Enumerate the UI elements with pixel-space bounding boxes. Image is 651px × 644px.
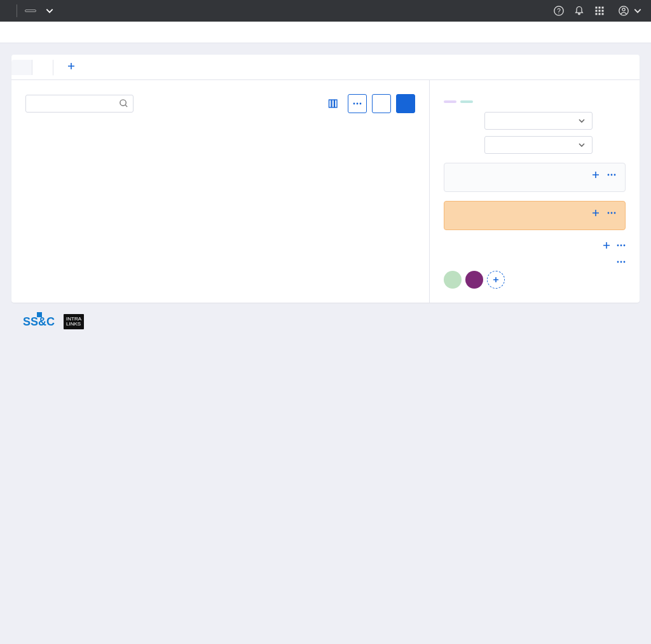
add-external-note[interactable] xyxy=(589,171,600,179)
detail-panel xyxy=(430,80,640,303)
divider xyxy=(17,4,17,17)
apps-icon[interactable] xyxy=(594,5,605,17)
plus-icon xyxy=(67,62,75,72)
svg-point-27 xyxy=(620,245,622,247)
svg-rect-4 xyxy=(602,7,604,9)
detail-tags xyxy=(444,100,626,103)
more-button[interactable] xyxy=(348,94,367,113)
project-switcher[interactable] xyxy=(41,6,54,15)
tab-diligence-checklist[interactable] xyxy=(32,60,53,76)
svg-rect-10 xyxy=(602,13,604,15)
avatar-da[interactable] xyxy=(444,271,462,289)
search-icon[interactable] xyxy=(119,99,128,108)
help-icon[interactable]: ? xyxy=(553,5,565,17)
assignee-avatars xyxy=(444,271,626,289)
svg-rect-8 xyxy=(596,13,598,15)
tab-create-checklist[interactable] xyxy=(53,55,85,79)
search-input[interactable] xyxy=(25,95,134,113)
bell-icon[interactable] xyxy=(573,5,585,17)
internal-notes xyxy=(444,201,626,230)
search-input-wrap xyxy=(25,95,134,113)
main-nav xyxy=(0,22,651,43)
svg-rect-15 xyxy=(332,100,334,107)
svg-rect-16 xyxy=(335,100,338,107)
ssc-logo: SS&C xyxy=(23,315,55,329)
svg-rect-6 xyxy=(599,10,601,12)
user-menu[interactable] xyxy=(614,5,642,17)
plus-icon xyxy=(592,171,600,179)
svg-rect-7 xyxy=(602,10,604,12)
external-notes-more[interactable] xyxy=(607,174,616,176)
checklist-toolbar xyxy=(25,94,415,113)
chevron-down-icon xyxy=(45,6,54,15)
assignees-more[interactable] xyxy=(617,261,626,263)
avatar-br[interactable] xyxy=(465,271,483,289)
svg-point-31 xyxy=(624,261,626,263)
svg-rect-2 xyxy=(596,7,598,9)
svg-text:?: ? xyxy=(557,8,561,15)
intralinks-badge: INTRALINKS xyxy=(64,314,84,329)
priority-select[interactable] xyxy=(484,136,593,154)
svg-point-30 xyxy=(620,261,622,263)
assignees-header xyxy=(444,261,626,263)
page-footer: SS&C INTRALINKS xyxy=(11,303,640,343)
svg-point-18 xyxy=(357,103,359,105)
tag-accounting xyxy=(460,100,473,103)
svg-point-13 xyxy=(120,100,126,106)
svg-point-29 xyxy=(617,261,619,263)
chevron-down-icon xyxy=(578,141,586,149)
linked-documents-header xyxy=(444,242,626,249)
tag-finance xyxy=(444,100,456,103)
tab-document-request-list[interactable] xyxy=(11,60,32,75)
plus-icon xyxy=(603,242,610,249)
svg-point-23 xyxy=(608,212,610,214)
svg-point-25 xyxy=(614,212,616,214)
checklist-tabbar xyxy=(11,55,640,80)
internal-notes-more[interactable] xyxy=(607,212,616,214)
svg-rect-14 xyxy=(329,100,332,107)
plus-icon xyxy=(592,209,600,217)
svg-point-22 xyxy=(614,174,616,176)
add-internal-note[interactable] xyxy=(589,209,600,217)
user-icon xyxy=(618,5,629,17)
svg-rect-9 xyxy=(599,13,601,15)
project-status-pill xyxy=(25,10,36,12)
add-document[interactable] xyxy=(600,242,610,249)
svg-point-19 xyxy=(360,103,362,105)
create-item-button[interactable] xyxy=(396,94,415,113)
svg-rect-5 xyxy=(596,10,598,12)
svg-point-20 xyxy=(608,174,610,176)
svg-point-28 xyxy=(624,245,626,247)
svg-point-24 xyxy=(611,212,613,214)
columns-icon[interactable] xyxy=(324,94,343,113)
svg-point-12 xyxy=(622,8,625,11)
add-assignee-button[interactable] xyxy=(487,271,505,289)
chevron-down-icon xyxy=(578,117,586,125)
app-header: ? xyxy=(0,0,651,22)
svg-point-17 xyxy=(353,103,355,105)
svg-point-26 xyxy=(617,245,619,247)
linked-docs-more[interactable] xyxy=(617,244,626,247)
external-notes xyxy=(444,163,626,192)
svg-rect-3 xyxy=(599,7,601,9)
chevron-down-icon xyxy=(633,6,642,15)
export-button[interactable] xyxy=(372,94,391,113)
status-select[interactable] xyxy=(484,112,593,130)
svg-point-21 xyxy=(611,174,613,176)
